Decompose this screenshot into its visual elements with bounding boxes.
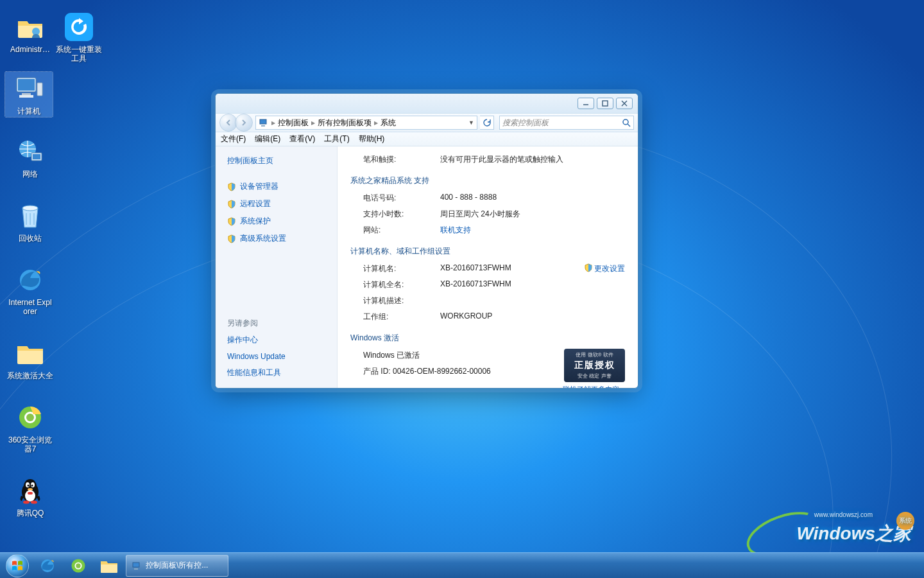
phone-value: 400 - 888 - 8888 [440, 193, 625, 204]
svg-point-10 [22, 206, 38, 211]
svg-point-33 [76, 563, 80, 568]
taskbar-360[interactable] [64, 555, 92, 577]
menu-view[interactable]: 查看(V) [289, 134, 315, 144]
ie-icon [15, 265, 46, 295]
svg-rect-6 [37, 83, 42, 96]
menu-tools[interactable]: 工具(T) [324, 134, 349, 144]
see-also-action-center[interactable]: 操作中心 [216, 331, 337, 349]
sidebar-item-label: 远程设置 [240, 198, 271, 209]
reinstall-icon [64, 12, 94, 42]
desktop-icon-computer[interactable]: 计算机 [5, 72, 53, 117]
crumb-mid[interactable]: 所有控制面板项 [318, 118, 372, 128]
content-pane: 笔和触摸:没有可用于此显示器的笔或触控输入 系统之家精品系统 支持 电话号码:4… [338, 146, 638, 388]
shield-icon [227, 234, 236, 243]
task-title: 控制面板\所有控... [146, 560, 208, 571]
see-also-title: 另请参阅 [216, 315, 337, 331]
icon-label: Internet Explorer [6, 298, 54, 317]
genuine-badge[interactable]: 使用 微软® 软件 正版授权 安全 稳定 声誉 [564, 349, 625, 382]
menu-file[interactable]: 文件(F) [221, 134, 246, 144]
svg-rect-1 [65, 13, 93, 41]
chevron-right-icon: ▶ [311, 120, 315, 126]
svg-rect-27 [260, 119, 266, 124]
windows-logo-icon [6, 554, 29, 577]
watermark-url: www.windowszj.com [814, 511, 873, 518]
titlebar[interactable] [216, 94, 638, 114]
sidebar-item-label: 设备管理器 [240, 181, 278, 192]
watermark-badge: 系统 [896, 512, 914, 530]
crumb-root[interactable]: 控制面板 [278, 118, 309, 128]
desktop-icon-recycle-bin[interactable]: 回收站 [6, 200, 54, 243]
svg-rect-9 [33, 154, 40, 159]
menu-edit[interactable]: 编辑(E) [255, 134, 280, 144]
desktop-icon-360browser[interactable]: 360安全浏览器7 [6, 402, 54, 454]
start-button[interactable] [4, 554, 31, 577]
see-also-label: 性能信息和工具 [227, 367, 281, 378]
folder-icon [15, 338, 46, 369]
sidebar-home[interactable]: 控制面板主页 [216, 153, 337, 169]
taskbar-explorer[interactable] [95, 555, 123, 577]
svg-point-24 [31, 501, 37, 504]
icon-label: 网络 [6, 170, 54, 179]
icon-label: Administr… [6, 45, 54, 54]
support-heading: 系统之家精品系统 支持 [350, 175, 625, 186]
svg-rect-5 [19, 95, 33, 98]
chevron-down-icon[interactable]: ▼ [468, 119, 474, 126]
icon-label: 360安全浏览器7 [6, 435, 54, 454]
forward-button[interactable] [235, 114, 253, 132]
svg-point-19 [28, 485, 30, 487]
desktop-icon-qq[interactable]: 腾讯QQ [6, 475, 54, 518]
learn-more-link[interactable]: 联机了解更多内容... [563, 385, 625, 388]
change-settings-link[interactable]: 更改设置 [594, 264, 625, 273]
sidebar-item-protection[interactable]: 系统保护 [216, 213, 337, 230]
shield-icon [227, 217, 236, 226]
svg-rect-35 [134, 568, 138, 570]
icon-label: 系统一键重装工具 [55, 45, 103, 64]
svg-point-22 [25, 490, 35, 502]
folder-user-icon [15, 12, 46, 42]
crumb-leaf[interactable]: 系统 [381, 118, 396, 128]
genuine-sub: 安全 稳定 声誉 [567, 372, 622, 380]
desktop-icon-administrator[interactable]: Administr… [6, 12, 54, 54]
system-icon [259, 118, 269, 128]
online-support-link[interactable]: 联机支持 [440, 225, 471, 234]
cname-value: XB-20160713FWHM [440, 263, 511, 272]
system-window: ▶ 控制面板 ▶ 所有控制面板项 ▶ 系统 ▼ 搜索控制面板 文件(F) 编辑(… [215, 93, 638, 389]
sidebar-item-label: 高级系统设置 [240, 233, 286, 244]
svg-point-14 [26, 414, 34, 421]
see-also-performance[interactable]: 性能信息和工具 [216, 364, 337, 381]
maximize-button[interactable] [597, 98, 613, 109]
sidebar-item-remote[interactable]: 远程设置 [216, 195, 337, 213]
cname-label: 计算机名: [350, 263, 440, 274]
see-also-windows-update[interactable]: Windows Update [216, 349, 337, 364]
taskbar: 控制面板\所有控... [0, 552, 924, 578]
chrome360-icon [15, 402, 46, 433]
genuine-big: 正版授权 [567, 360, 622, 371]
address-bar[interactable]: ▶ 控制面板 ▶ 所有控制面板项 ▶ 系统 ▼ [255, 116, 477, 130]
desktop-icon-ie[interactable]: Internet Explorer [6, 265, 54, 317]
menu-help[interactable]: 帮助(H) [359, 134, 385, 144]
desktop-icon-activation[interactable]: 系统激活大全 [6, 338, 54, 380]
search-placeholder: 搜索控制面板 [502, 118, 549, 128]
close-button[interactable] [616, 98, 633, 109]
recycle-bin-icon [15, 200, 46, 231]
pen-value: 没有可用于此显示器的笔或触控输入 [440, 154, 625, 165]
taskbar-task-controlpanel[interactable]: 控制面板\所有控... [126, 555, 228, 577]
svg-rect-3 [18, 79, 35, 91]
svg-point-29 [623, 119, 628, 125]
desktop-icon-network[interactable]: 网络 [6, 136, 54, 179]
search-input[interactable]: 搜索控制面板 [499, 116, 634, 130]
sidebar-item-advanced[interactable]: 高级系统设置 [216, 230, 337, 247]
svg-point-20 [31, 485, 33, 487]
refresh-button[interactable] [480, 116, 494, 130]
svg-point-23 [23, 501, 30, 504]
taskbar-ie[interactable] [33, 555, 62, 577]
shield-icon [584, 263, 593, 272]
desktop-icon-reinstall-tool[interactable]: 系统一键重装工具 [55, 12, 103, 64]
navbar: ▶ 控制面板 ▶ 所有控制面板项 ▶ 系统 ▼ 搜索控制面板 [216, 113, 638, 132]
svg-rect-34 [133, 563, 139, 567]
hours-label: 支持小时数: [350, 209, 440, 220]
sidebar-item-device-manager[interactable]: 设备管理器 [216, 178, 337, 195]
fullname-label: 计算机全名: [350, 279, 440, 290]
minimize-button[interactable] [578, 98, 594, 109]
svg-rect-25 [28, 492, 33, 495]
